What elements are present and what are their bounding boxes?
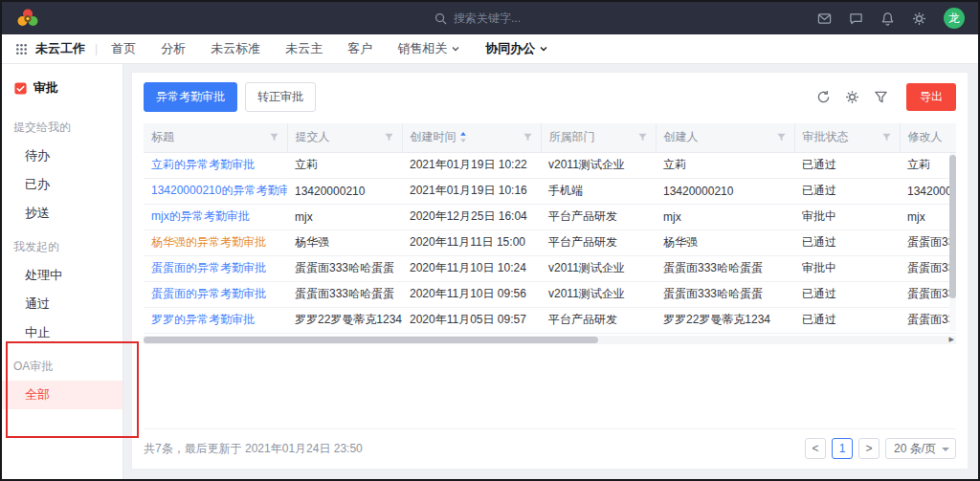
table-header-row: 标题提交人创建时间所属部门创建人审批状态修改人 — [144, 123, 956, 152]
tab-1[interactable]: 异常考勤审批 — [144, 82, 237, 112]
nav-divider: | — [95, 42, 98, 55]
sidebar-item[interactable]: 全部 — [2, 381, 122, 409]
workspace-title: 未云工作 — [35, 40, 85, 57]
column-header[interactable]: 创建人 — [656, 123, 794, 152]
table-row[interactable]: 罗罗的异常考勤审批罗罗22罗曼蒂克12342020年11月05日 09:57平台… — [144, 307, 956, 333]
content-area: 审批 提交给我的待办已办抄送我发起的处理中通过中止OA审批全部 异常考勤审批转正… — [2, 64, 978, 479]
mail-icon[interactable] — [817, 11, 832, 26]
nav-list: 首页分析未云标准未云主客户销售相关协同办公 — [111, 34, 548, 64]
topbar: 龙 — [2, 2, 978, 34]
nav-item-6[interactable]: 销售相关 — [397, 34, 460, 64]
sidebar-section-label: 我发起的 — [2, 228, 122, 261]
horizontal-scrollbar[interactable]: ▶ — [144, 336, 956, 344]
approval-icon — [13, 81, 28, 96]
refresh-button[interactable] — [816, 90, 831, 104]
sort-icon[interactable] — [459, 131, 467, 143]
bell-icon[interactable] — [880, 11, 895, 26]
table-row[interactable]: mjx的异常考勤审批mjx2020年12月25日 16:04平台产品研发mjx审… — [144, 204, 956, 230]
table-row[interactable]: 13420000210的异常考勤审批134200002102021年01月19日… — [144, 178, 956, 204]
next-page-button[interactable]: > — [858, 438, 880, 459]
sidebar-item[interactable]: 待办 — [2, 142, 122, 170]
chat-icon[interactable] — [849, 11, 863, 26]
column-header[interactable]: 提交人 — [287, 123, 402, 152]
filter-button[interactable] — [874, 90, 888, 104]
scroll-right-arrow[interactable]: ▶ — [949, 335, 954, 343]
chevron-down-icon — [539, 44, 548, 54]
nav-item-3[interactable]: 未云标准 — [211, 34, 260, 64]
column-header[interactable]: 创建时间 — [402, 123, 541, 152]
toolbar: 异常考勤审批转正审批 导出 — [144, 82, 956, 112]
main-nav: 未云工作 | 首页分析未云标准未云主客户销售相关协同办公 — [2, 34, 978, 64]
vertical-scrollbar[interactable] — [949, 153, 956, 331]
sidebar-item[interactable]: 已办 — [2, 170, 122, 199]
app-window: 龙 未云工作 | 首页分析未云标准未云主客户销售相关协同办公 审批 提交给我的待… — [0, 0, 980, 481]
export-button[interactable]: 导出 — [906, 83, 956, 111]
page-number[interactable]: 1 — [832, 438, 853, 459]
settings-button[interactable] — [845, 90, 859, 104]
sidebar-item[interactable]: 通过 — [2, 290, 122, 318]
horizontal-scroll-thumb[interactable] — [144, 337, 598, 343]
table-row[interactable]: 蛋蛋面的异常考勤审批蛋蛋面333哈哈蛋蛋2020年11月10日 10:24v20… — [144, 255, 956, 281]
user-avatar[interactable]: 龙 — [944, 8, 965, 29]
topbar-actions: 龙 — [817, 8, 965, 29]
tab-2[interactable]: 转正审批 — [245, 82, 316, 112]
app-logo[interactable] — [15, 8, 40, 29]
approval-card: 异常考勤审批转正审批 导出 — [131, 72, 969, 470]
column-header[interactable]: 审批状态 — [794, 123, 900, 152]
column-header[interactable]: 标题 — [144, 123, 287, 152]
table-body: 立莉的异常考勤审批立莉2021年01月19日 10:22v2011测试企业立莉已… — [144, 152, 956, 333]
nav-item-1[interactable]: 首页 — [111, 34, 136, 64]
table-wrap: 标题提交人创建时间所属部门创建人审批状态修改人 立莉的异常考勤审批立莉2021年… — [144, 123, 956, 344]
table-row[interactable]: 立莉的异常考勤审批立莉2021年01月19日 10:22v2011测试企业立莉已… — [144, 152, 956, 178]
row-title-link[interactable]: 蛋蛋面的异常考勤审批 — [151, 287, 266, 300]
filter-icon[interactable] — [384, 132, 394, 142]
apps-grid-icon[interactable] — [15, 43, 28, 55]
row-title-link[interactable]: 杨华强的异常考勤审批 — [151, 235, 266, 249]
prev-page-button[interactable]: < — [805, 438, 826, 459]
sidebar-sections: 提交给我的待办已办抄送我发起的处理中通过中止OA审批全部 — [2, 108, 122, 409]
filter-icon[interactable] — [776, 132, 787, 142]
chevron-down-icon — [451, 44, 460, 54]
approval-table: 标题提交人创建时间所属部门创建人审批状态修改人 立莉的异常考勤审批立莉2021年… — [144, 123, 956, 334]
sidebar-header: 审批 — [2, 74, 122, 108]
card-footer: 共7条，最后更新于 2021年01月24日 23:50 < 1 > 20 条/页 — [144, 428, 956, 459]
column-header[interactable]: 所属部门 — [541, 123, 656, 152]
filter-icon[interactable] — [881, 132, 892, 142]
global-search[interactable] — [434, 2, 616, 34]
row-title-link[interactable]: 13420000210的异常考勤审批 — [151, 184, 287, 197]
row-title-link[interactable]: mjx的异常考勤审批 — [151, 209, 250, 223]
table-row[interactable]: 杨华强的异常考勤审批杨华强2020年11月11日 15:00平台产品研发杨华强已… — [144, 230, 956, 255]
column-header[interactable]: 修改人 — [900, 123, 956, 152]
row-title-link[interactable]: 罗罗的异常考勤审批 — [151, 313, 255, 326]
row-title-link[interactable]: 立莉的异常考勤审批 — [151, 158, 255, 171]
search-icon — [434, 12, 447, 25]
nav-item-2[interactable]: 分析 — [161, 34, 186, 64]
filter-icon[interactable] — [523, 132, 533, 142]
sidebar-section-label: OA审批 — [2, 347, 122, 381]
nav-item-4[interactable]: 未云主 — [285, 34, 323, 64]
search-input[interactable] — [454, 11, 616, 25]
main-panel: 异常考勤审批转正审批 导出 — [123, 64, 978, 479]
nav-item-5[interactable]: 客户 — [347, 34, 372, 64]
pagination: < 1 > 20 条/页 — [805, 438, 956, 459]
sidebar-item[interactable]: 处理中 — [2, 261, 122, 290]
sidebar-title: 审批 — [33, 79, 58, 97]
filter-icon[interactable] — [637, 132, 648, 142]
row-title-link[interactable]: 蛋蛋面的异常考勤审批 — [151, 261, 266, 274]
sidebar-item[interactable]: 抄送 — [2, 199, 122, 228]
sidebar-section-label: 提交给我的 — [2, 108, 122, 142]
record-summary: 共7条，最后更新于 2021年01月24日 23:50 — [144, 441, 363, 457]
view-tabs: 异常考勤审批转正审批 — [144, 82, 323, 112]
page-size-select[interactable]: 20 条/页 — [885, 438, 956, 459]
sidebar: 审批 提交给我的待办已办抄送我发起的处理中通过中止OA审批全部 — [2, 64, 123, 479]
nav-item-7[interactable]: 协同办公 — [485, 34, 548, 64]
sidebar-item[interactable]: 中止 — [2, 318, 122, 347]
table-row[interactable]: 蛋蛋面的异常考勤审批蛋蛋面333哈哈蛋蛋2020年11月10日 09:56v20… — [144, 281, 956, 307]
toolbar-actions: 导出 — [816, 83, 956, 111]
filter-icon[interactable] — [269, 132, 279, 142]
gear-icon[interactable] — [912, 11, 926, 26]
vertical-scroll-thumb[interactable] — [949, 155, 956, 298]
